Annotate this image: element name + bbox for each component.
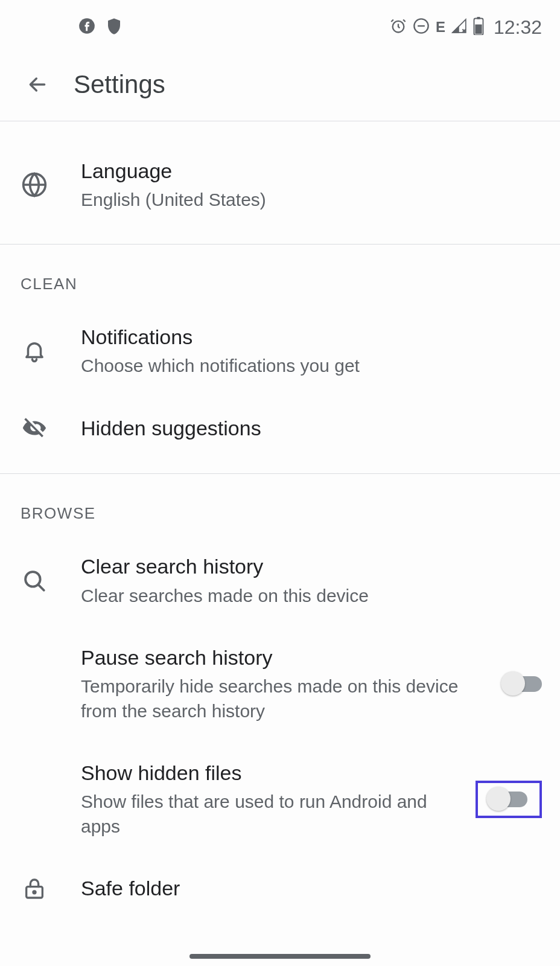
- item-safe-folder[interactable]: Safe folder: [0, 857, 560, 920]
- bell-icon: [21, 338, 48, 363]
- globe-icon: [21, 171, 48, 198]
- item-desc: English (United States): [81, 188, 532, 213]
- item-title: Notifications: [81, 324, 532, 350]
- item-language[interactable]: Language English (United States): [0, 139, 560, 231]
- battery-icon: [473, 17, 484, 37]
- item-desc: Clear searches made on this device: [81, 584, 532, 609]
- highlighted-control: [476, 781, 542, 818]
- item-title: Safe folder: [81, 875, 532, 901]
- alarm-icon: [390, 18, 407, 37]
- item-show-hidden-files[interactable]: Show hidden files Show files that are us…: [0, 741, 560, 857]
- item-title: Pause search history: [81, 644, 462, 671]
- item-pause-search-history[interactable]: Pause search history Temporarily hide se…: [0, 626, 560, 741]
- svg-rect-4: [477, 17, 480, 19]
- group-about: Language English (United States): [0, 121, 560, 245]
- do-not-disturb-icon: [413, 18, 430, 37]
- svg-rect-5: [475, 25, 482, 34]
- pause-search-history-switch[interactable]: [504, 676, 542, 692]
- item-title: Show hidden files: [81, 760, 433, 786]
- section-header-clean: CLEAN: [0, 245, 560, 305]
- signal-icon: [451, 18, 467, 36]
- eye-off-icon: [21, 414, 48, 442]
- item-clear-search-history[interactable]: Clear search history Clear searches made…: [0, 535, 560, 626]
- item-title: Language: [81, 158, 532, 184]
- status-right: E 12:32: [390, 16, 542, 39]
- status-left: [18, 17, 123, 37]
- section-header-browse: BROWSE: [0, 474, 560, 535]
- page-title: Settings: [74, 70, 165, 99]
- lock-icon: [21, 877, 48, 901]
- status-bar: E 12:32: [0, 0, 560, 54]
- show-hidden-files-switch[interactable]: [490, 792, 527, 807]
- item-desc: Choose which notifications you get: [81, 354, 532, 379]
- facebook-icon: [78, 18, 95, 37]
- group-browse: BROWSE Clear search history Clear search…: [0, 474, 560, 920]
- group-clean: CLEAN Notifications Choose which notific…: [0, 245, 560, 475]
- item-desc: Show files that are used to run Android …: [81, 790, 433, 839]
- shield-icon: [105, 17, 123, 37]
- item-notifications[interactable]: Notifications Choose which notifications…: [0, 305, 560, 397]
- navigation-handle[interactable]: [189, 954, 371, 959]
- status-time: 12:32: [494, 16, 542, 39]
- item-hidden-suggestions[interactable]: Hidden suggestions: [0, 396, 560, 460]
- search-icon: [21, 568, 48, 593]
- app-bar: Settings: [0, 54, 560, 121]
- item-title: Clear search history: [81, 553, 532, 580]
- item-title: Hidden suggestions: [81, 415, 532, 441]
- network-type-label: E: [436, 19, 445, 36]
- svg-point-9: [33, 891, 36, 893]
- item-desc: Temporarily hide searches made on this d…: [81, 674, 462, 723]
- back-button[interactable]: [25, 72, 49, 97]
